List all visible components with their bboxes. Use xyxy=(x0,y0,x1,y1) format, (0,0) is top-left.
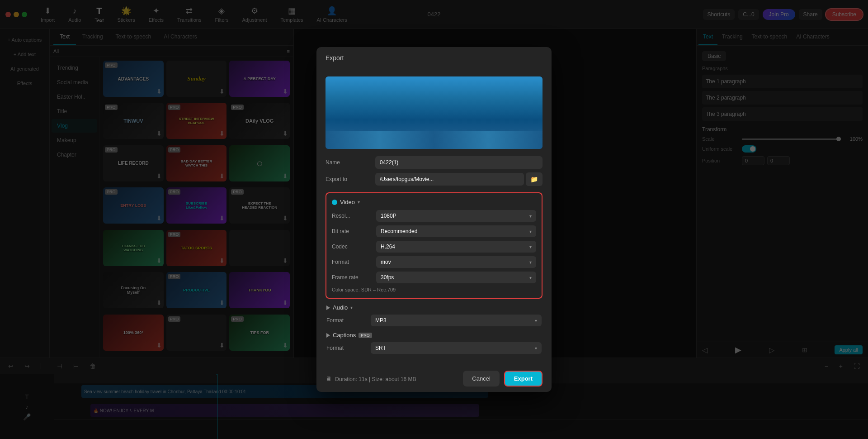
audio-triangle-icon xyxy=(326,305,330,310)
export-path-input[interactable] xyxy=(375,173,524,186)
color-space-text: Color space: SDR – Rec.709 xyxy=(332,287,536,292)
captions-triangle-icon xyxy=(326,333,330,338)
export-modal: Export Name Export to 📁 xyxy=(316,47,552,392)
video-chevron-icon: ▾ xyxy=(358,200,360,205)
bitrate-select[interactable]: Recommended ▾ xyxy=(376,225,536,237)
codec-select[interactable]: H.264 ▾ xyxy=(376,241,536,253)
video-section-title: Video xyxy=(340,199,355,205)
modal-body: Name Export to 📁 Video ▾ xyxy=(316,69,552,365)
captions-format-arrow-icon: ▾ xyxy=(535,346,537,351)
audio-format-label: Format xyxy=(326,317,367,324)
captions-format-select[interactable]: SRT ▾ xyxy=(371,342,542,354)
format-select[interactable]: mov ▾ xyxy=(376,256,536,268)
framerate-label: Frame rate xyxy=(332,274,373,281)
resolution-row: Resol... 1080P ▾ xyxy=(332,210,536,222)
format-label: Format xyxy=(332,259,373,265)
resolution-value: 1080P xyxy=(381,213,396,219)
bitrate-label: Bit rate xyxy=(332,228,373,234)
audio-section-toggle[interactable]: Audio ▾ xyxy=(326,304,542,311)
preview-ocean-bg xyxy=(326,76,542,149)
format-row: Format mov ▾ xyxy=(332,256,536,268)
export-path-controls: 📁 xyxy=(375,172,542,186)
resolution-label: Resol... xyxy=(332,213,373,219)
footer-size: Size: about 16 MB xyxy=(372,376,416,382)
export-button[interactable]: Export xyxy=(504,371,542,387)
audio-format-value: MP3 xyxy=(375,317,387,324)
bitrate-row: Bit rate Recommended ▾ xyxy=(332,225,536,237)
framerate-arrow-icon: ▾ xyxy=(529,275,532,280)
export-name-row: Name xyxy=(326,156,542,169)
audio-format-select[interactable]: MP3 ▾ xyxy=(371,315,542,326)
modal-overlay: Export Name Export to 📁 xyxy=(0,0,868,439)
export-preview xyxy=(326,76,542,149)
audio-format-row: Format MP3 ▾ xyxy=(326,315,542,326)
modal-footer: 🖥 Duration: 11s | Size: about 16 MB Canc… xyxy=(316,365,552,392)
export-name-input[interactable] xyxy=(375,156,542,169)
framerate-row: Frame rate 30fps ▾ xyxy=(332,272,536,283)
video-toggle-dot xyxy=(332,200,337,205)
resolution-arrow-icon: ▾ xyxy=(529,214,532,219)
footer-info: 🖥 Duration: 11s | Size: about 16 MB xyxy=(326,375,416,382)
cancel-button[interactable]: Cancel xyxy=(463,371,499,387)
captions-section: Captions PRO Format SRT ▾ xyxy=(326,332,542,354)
export-name-label: Name xyxy=(326,159,371,166)
video-section-toggle[interactable]: Video ▾ xyxy=(332,199,536,205)
audio-section-title: Audio xyxy=(333,304,348,311)
codec-arrow-icon: ▾ xyxy=(529,244,532,249)
audio-chevron-icon: ▾ xyxy=(350,305,353,310)
video-section: Video ▾ Resol... 1080P ▾ Bit rate Recomm… xyxy=(326,192,542,299)
footer-duration: Duration: 11s xyxy=(335,376,367,382)
audio-section: Audio ▾ Format MP3 ▾ xyxy=(326,304,542,326)
captions-pro-badge: PRO xyxy=(359,333,372,338)
footer-buttons: Cancel Export xyxy=(463,371,542,387)
framerate-value: 30fps xyxy=(381,274,394,281)
export-folder-button[interactable]: 📁 xyxy=(526,172,542,186)
bitrate-value: Recommended xyxy=(381,228,417,234)
export-path-label: Export to xyxy=(326,176,371,182)
modal-title: Export xyxy=(326,54,344,62)
audio-format-arrow-icon: ▾ xyxy=(535,318,537,323)
captions-format-label: Format xyxy=(326,345,367,351)
modal-header: Export xyxy=(316,47,552,69)
codec-label: Codec xyxy=(332,243,373,250)
captions-format-row: Format SRT ▾ xyxy=(326,342,542,354)
captions-format-value: SRT xyxy=(375,345,386,351)
export-path-row: Export to 📁 xyxy=(326,172,542,186)
bitrate-arrow-icon: ▾ xyxy=(529,229,532,234)
format-value: mov xyxy=(381,259,391,265)
captions-section-title: Captions xyxy=(333,332,356,339)
info-icon: 🖥 xyxy=(326,375,332,382)
codec-row: Codec H.264 ▾ xyxy=(332,241,536,253)
codec-value: H.264 xyxy=(381,243,395,250)
format-arrow-icon: ▾ xyxy=(529,260,532,265)
resolution-select[interactable]: 1080P ▾ xyxy=(376,210,536,222)
framerate-select[interactable]: 30fps ▾ xyxy=(376,272,536,283)
captions-section-toggle[interactable]: Captions PRO xyxy=(326,332,542,339)
